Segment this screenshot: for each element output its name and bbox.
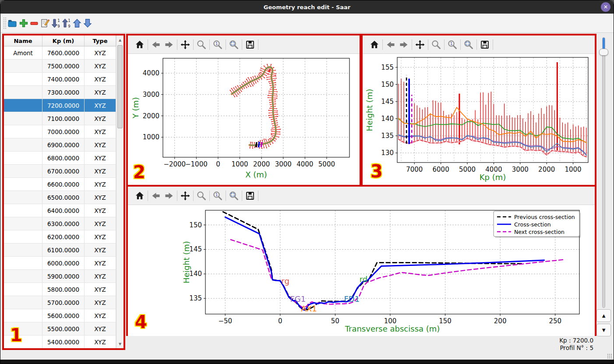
table-row[interactable]: 6300.0000XYZ <box>4 217 116 230</box>
table-row[interactable]: 7300.0000XYZ <box>4 86 116 99</box>
column-header-name[interactable]: Name <box>4 35 42 46</box>
cell-name <box>4 86 42 99</box>
scroll-down-icon[interactable]: ▼ <box>116 340 124 347</box>
table-row[interactable]: 5900.0000XYZ <box>4 270 116 283</box>
cell-name <box>4 112 42 125</box>
cell-kp: 6500.0000 <box>42 191 85 204</box>
table-row[interactable]: 7500.0000XYZ <box>4 60 116 73</box>
table-row[interactable]: 5800.0000XYZ <box>4 283 116 296</box>
mpl-pan-button[interactable] <box>413 38 427 52</box>
profile-position-slider[interactable] <box>602 37 605 308</box>
column-header-type[interactable]: Type <box>85 35 116 46</box>
mpl-home-button[interactable] <box>368 38 381 52</box>
close-button[interactable]: ✕ <box>601 2 610 12</box>
cell-name: Amont <box>4 46 42 60</box>
cell-kp: 6900.0000 <box>42 138 85 152</box>
mpl-zoom-one-button[interactable]: 1 <box>446 38 459 52</box>
table-row[interactable]: 6500.0000XYZ <box>4 191 116 204</box>
mpl-zoom-rect-button[interactable] <box>462 38 475 52</box>
resize-grip[interactable] <box>607 353 612 359</box>
pan-icon <box>180 39 191 50</box>
svg-text:−50: −50 <box>218 317 232 325</box>
table-row[interactable]: 7200.0000XYZ <box>4 99 116 112</box>
slider-handle[interactable] <box>599 49 608 56</box>
long-profile-chart[interactable]: 7000600050004000300020001000130135140145… <box>363 54 595 184</box>
mpl-back-button[interactable] <box>149 189 162 203</box>
table-row[interactable]: Amont7600.0000XYZ <box>4 46 116 60</box>
svg-text:Cross-section: Cross-section <box>514 221 551 228</box>
move-up-button[interactable] <box>71 17 83 29</box>
home-icon <box>369 39 380 50</box>
table-row[interactable]: 5400.0000XYZ <box>4 336 116 348</box>
mpl-zoom-rect-button[interactable] <box>227 189 240 203</box>
column-header-kp[interactable]: Kp (m) <box>42 35 85 46</box>
mpl-forward-button[interactable] <box>162 189 176 203</box>
mpl-zoom-button[interactable] <box>195 38 208 52</box>
scrollbar-thumb[interactable] <box>117 45 123 128</box>
table-row[interactable]: 7400.0000XYZ <box>4 73 116 86</box>
svg-text:AX1: AX1 <box>301 304 317 313</box>
table-row[interactable]: 5700.0000XYZ <box>4 296 116 309</box>
cell-name <box>4 138 42 152</box>
edit-profile-button[interactable] <box>39 17 50 29</box>
svg-text:145: 145 <box>381 98 394 106</box>
mpl-save-button[interactable] <box>243 189 257 203</box>
table-row[interactable]: 6400.0000XYZ <box>4 204 116 217</box>
folder-icon <box>7 18 18 28</box>
mpl-zoom-one-button[interactable]: 1 <box>211 38 224 52</box>
mpl-save-button[interactable] <box>243 38 257 52</box>
table-row[interactable]: 6000.0000XYZ <box>4 257 116 270</box>
mpl-forward-button[interactable] <box>162 38 176 52</box>
mpl-zoom-rect-button[interactable] <box>227 38 240 52</box>
table-body: Amont7600.0000XYZ7500.0000XYZ7400.0000XY… <box>4 46 116 348</box>
title-bar[interactable]: Geometry reach edit - Saar ✕ <box>0 0 614 14</box>
mpl-zoom-one-button[interactable]: 1 <box>211 189 224 203</box>
table-row[interactable]: 7100.0000XYZ <box>4 112 116 125</box>
table-row[interactable]: 6200.0000XYZ <box>4 230 116 244</box>
mpl-pan-button[interactable] <box>179 189 192 203</box>
toolbar-separator <box>242 191 242 201</box>
table-row[interactable]: 6600.0000XYZ <box>4 178 116 191</box>
mpl-zoom-button[interactable] <box>195 189 208 203</box>
open-geometry-button[interactable] <box>7 17 18 29</box>
add-profile-button[interactable] <box>18 17 29 29</box>
mpl-home-button[interactable] <box>133 189 146 203</box>
table-row[interactable]: 6800.0000XYZ <box>4 152 116 165</box>
cell-kp: 6600.0000 <box>42 178 85 191</box>
zoom-one-icon: 1 <box>447 39 458 50</box>
svg-text:150: 150 <box>381 81 394 88</box>
toolbar-separator <box>242 39 242 50</box>
sort-descending-button[interactable]: 1 9 <box>49 17 61 29</box>
mpl-back-button[interactable] <box>384 38 397 52</box>
sort-ascending-button[interactable]: 1 9 <box>60 17 71 29</box>
scroll-up-icon[interactable]: ▲ <box>116 36 124 43</box>
long-profile-panel: 1 70006000500040003000200010001301351401… <box>361 34 596 185</box>
mpl-pan-button[interactable] <box>179 38 192 52</box>
toolbar-drag-handle[interactable] <box>3 17 7 29</box>
table-row[interactable]: 5600.0000XYZ <box>4 309 116 322</box>
table-row[interactable]: 6700.0000XYZ <box>4 165 116 178</box>
save-icon <box>245 191 255 201</box>
move-down-button[interactable] <box>82 17 93 29</box>
mpl-save-button[interactable] <box>478 38 491 52</box>
mpl-home-button[interactable] <box>133 38 146 52</box>
plan-view-chart[interactable]: −2000−1000010002000300040005000100020003… <box>128 54 360 184</box>
table-scrollbar[interactable]: ▲ ▼ <box>116 35 124 348</box>
cell-name <box>4 60 42 73</box>
cross-section-chart[interactable]: −50050100150200250135140145150Transverse… <box>128 205 595 334</box>
back-icon <box>385 39 396 50</box>
cell-kp: 7300.0000 <box>42 86 85 99</box>
table-row[interactable]: 7000.0000XYZ <box>4 125 116 138</box>
previous-profile-button[interactable]: ▲ <box>596 309 611 322</box>
table-row[interactable]: 5500.0000XYZ <box>4 322 116 336</box>
mpl-zoom-button[interactable] <box>430 38 443 52</box>
next-profile-button[interactable]: ▼ <box>596 324 611 336</box>
cell-type: XYZ <box>85 99 116 112</box>
table-row[interactable]: 6100.0000XYZ <box>4 244 116 257</box>
delete-profile-button[interactable] <box>28 17 40 29</box>
mpl-forward-button[interactable] <box>397 38 410 52</box>
svg-text:Previous cross-section: Previous cross-section <box>514 214 575 220</box>
table-row[interactable]: 6900.0000XYZ <box>4 138 116 152</box>
svg-text:1000: 1000 <box>231 160 248 168</box>
mpl-back-button[interactable] <box>149 38 162 52</box>
